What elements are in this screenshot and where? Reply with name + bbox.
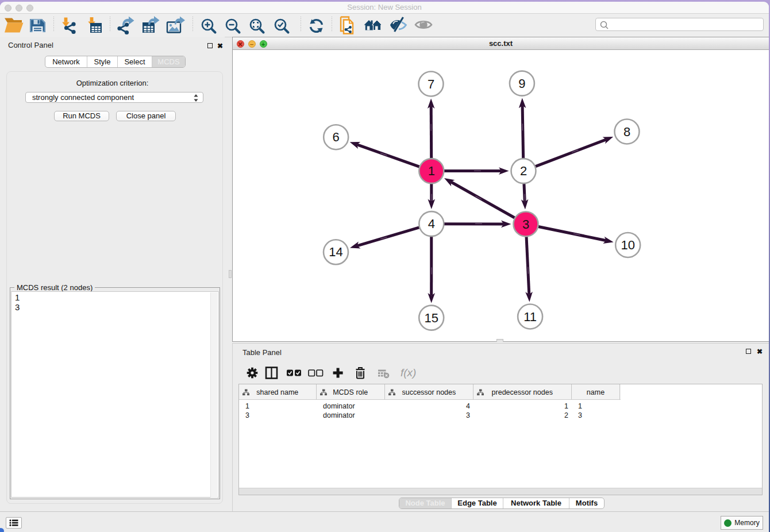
svg-text:9: 9 (518, 76, 525, 91)
svg-text:4: 4 (428, 217, 435, 231)
svg-text:7: 7 (428, 77, 434, 91)
svg-text:f(x): f(x) (401, 367, 416, 379)
svg-text:15: 15 (424, 311, 438, 325)
svg-text:14: 14 (329, 245, 342, 259)
svg-text:6: 6 (333, 130, 340, 144)
svg-text:1: 1 (428, 164, 435, 178)
svg-text:2: 2 (520, 164, 527, 178)
svg-text:3: 3 (522, 217, 529, 232)
svg-text:10: 10 (621, 238, 634, 252)
svg-text:8: 8 (623, 125, 630, 139)
svg-text:11: 11 (523, 310, 537, 324)
